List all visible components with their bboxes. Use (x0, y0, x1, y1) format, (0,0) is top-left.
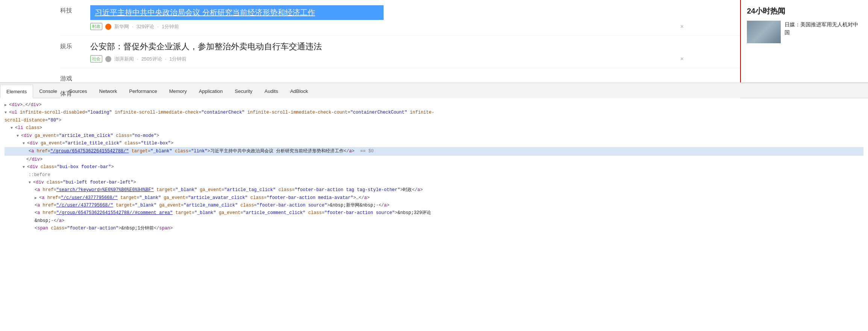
attr-2: infinite-scroll-immediate-check (115, 109, 199, 116)
href-val[interactable]: "/group/6547536226415542788/" (50, 147, 129, 155)
bracket-2: >…</ (20, 101, 31, 109)
html-line-3[interactable]: ▼ <li class> (5, 124, 863, 132)
dollar-zero: $0 (368, 147, 373, 155)
tab-memory-label: Memory (169, 88, 187, 94)
separator-3: · (137, 56, 138, 62)
news-item-2: 娱乐 公安部：督促外卖企业派人，参加整治外卖电动自行车交通违法 社会 澎湃新闻 … (60, 36, 740, 68)
html-line-6[interactable]: <a href="/group/6547536226415542788/" ta… (5, 147, 863, 155)
html-line-10[interactable]: ▼ <div class="bui-left footer-bar-left"> (5, 179, 863, 186)
tagname-1: div (12, 101, 20, 109)
html-line-2b: scroll-distance="80"> (5, 117, 863, 124)
tab-security-label: Security (235, 88, 252, 94)
bracket-4: < (9, 109, 12, 116)
sidebar-image-inner (747, 21, 781, 43)
expand-arrow-8[interactable]: ▼ (23, 164, 27, 170)
news-meta-1: 时政 新华网 · 329评论 · 1分钟前 × (90, 23, 687, 30)
html-line-12[interactable]: ▶ <a href="/c/user/4377795668/" target="… (5, 194, 863, 202)
tab-audits-label: Audits (264, 88, 278, 94)
tab-sources-label: Sources (69, 88, 87, 94)
news-title-link-1[interactable]: 习近平主持中共中央政治局会议 分析研究当前经济形势和经济工作 (90, 5, 384, 20)
attr-1: infinite-scroll-disabled (20, 109, 85, 116)
close-btn-2[interactable]: × (677, 56, 687, 62)
expand-arrow-1[interactable]: ▶ (5, 102, 9, 108)
top-content-area: 科技 习近平主持中共中央政治局会议 分析研究当前经济形势和经济工作 时政 新华网… (0, 0, 868, 83)
tab-network-label: Network (99, 88, 117, 94)
bracket-3: > (39, 101, 41, 109)
tab-adblock[interactable]: AdBlock (284, 84, 314, 98)
expand-arrow-10[interactable]: ▼ (29, 179, 33, 186)
right-sidebar: 24小时热闻 日媒：美国推进军用无人机对中国 (740, 0, 868, 82)
expand-arrow-5[interactable]: ▼ (23, 140, 27, 147)
tab-elements-label: Elements (6, 89, 27, 94)
continuation-1: scroll-distance="80"> (5, 117, 61, 124)
attr-3: infinite-scroll-immediate-check-count (247, 109, 348, 116)
devtools-panel: Elements Console Sources Network Perform… (0, 83, 868, 282)
tab-adblock-label: AdBlock (290, 88, 308, 94)
tagname-sel: a (31, 147, 34, 155)
html-line-15: <span class="footer-bar-action">&nbsp;1分… (5, 225, 863, 232)
html-line-14b: &nbsp;·</a> (5, 217, 863, 225)
source-name-2: 澎湃新闻 (114, 56, 134, 62)
separator-4: · (165, 56, 167, 62)
source-name-1: 新华网 (114, 23, 129, 30)
href-13[interactable]: "/c/user/4377795668/" (56, 202, 113, 209)
html-line-5[interactable]: ▼ <div ga_event="article_title_click" cl… (5, 140, 863, 147)
tab-application[interactable]: Application (193, 84, 229, 98)
tab-performance-label: Performance (129, 88, 157, 94)
time-1: 1分钟前 (162, 23, 179, 30)
expand-arrow-12[interactable]: ▶ (35, 195, 39, 201)
html-line-1[interactable]: ▶ <div>…</div> (5, 101, 863, 109)
attrval-1: "loading" (88, 109, 112, 116)
separator-2: · (157, 24, 159, 29)
tab-audits[interactable]: Audits (258, 84, 284, 98)
news-content-1: 习近平主持中共中央政治局会议 分析研究当前经济形势和经济工作 时政 新华网 · … (90, 5, 687, 30)
separator-1: · (132, 24, 134, 29)
expand-arrow-4[interactable]: ▼ (17, 133, 21, 139)
news-item-1: 科技 习近平主持中共中央政治局会议 分析研究当前经济形势和经济工作 时政 新华网… (60, 0, 740, 36)
html-line-8[interactable]: ▼ <div class="bui-box footer-bar"> (5, 163, 863, 171)
news-list: 科技 习近平主持中共中央政治局会议 分析研究当前经济形势和经济工作 时政 新华网… (0, 0, 740, 82)
eq-sign: == (358, 147, 369, 155)
tag-badge-2[interactable]: 社会 (90, 55, 102, 62)
expand-arrow-2[interactable]: ▼ (5, 109, 9, 116)
comments-1: 329评论 (137, 23, 155, 30)
time-2: 1分钟前 (169, 56, 187, 62)
html-line-4[interactable]: ▼ <div ga_event="article_item_click" cla… (5, 132, 863, 140)
tab-security[interactable]: Security (229, 84, 258, 98)
category-label-2: 娱乐 (60, 41, 83, 50)
category-label-1: 科技 (60, 5, 83, 15)
bracket-sel-1: < (29, 147, 31, 155)
devtools-content: ▶ <div>…</div> ▼ <ul infinite-scroll-dis… (0, 98, 868, 282)
expand-arrow-3[interactable]: ▼ (11, 125, 15, 131)
tab-memory[interactable]: Memory (163, 84, 193, 98)
source-icon-2 (105, 56, 111, 62)
tab-elements[interactable]: Elements (0, 85, 33, 98)
html-line-11: <a href="search/?keyword=%E6%97%B6%E6%94… (5, 186, 863, 194)
html-line-14: <a href="/group/6547536226415542788//#co… (5, 209, 863, 217)
href-12[interactable]: "/c/user/4377795668/" (61, 194, 118, 202)
attrval-2: "containerCheck" (201, 109, 244, 116)
html-line-9: ::before (5, 171, 863, 179)
href-14[interactable]: "/group/6547536226415542788//#comment_ar… (56, 209, 173, 217)
tag-badge-1[interactable]: 时政 (90, 23, 102, 30)
news-item-3: 游戏 (60, 68, 740, 83)
tab-performance[interactable]: Performance (123, 84, 163, 98)
html-line-7: </div> (5, 156, 863, 163)
tab-network[interactable]: Network (93, 84, 123, 98)
text-14b: &nbsp;· (35, 217, 53, 225)
close-btn-1[interactable]: × (677, 23, 687, 30)
tab-sources[interactable]: Sources (63, 84, 93, 98)
html-line-2[interactable]: ▼ <ul infinite-scroll-disabled="loading"… (5, 109, 863, 116)
tagname-close-1: div (31, 101, 39, 109)
href-11[interactable]: "search/?keyword=%E6%97%B6%E6%94%BF" (56, 186, 154, 194)
bracket-1: < (9, 101, 12, 109)
tab-console[interactable]: Console (33, 84, 63, 98)
tagname-2: ul (12, 109, 17, 116)
html-line-13: <a href="/c/user/4377795668/" target="_b… (5, 202, 863, 209)
sidebar-title: 24小时热闻 (747, 6, 862, 16)
category-label-3: 游戏 (60, 73, 83, 83)
news-title-link-2[interactable]: 公安部：督促外卖企业派人，参加整治外卖电动自行车交通违法 (90, 41, 687, 52)
source-icon-1 (105, 24, 111, 30)
tab-console-label: Console (39, 88, 57, 94)
sidebar-news-text[interactable]: 日媒：美国推进军用无人机对中国 (785, 21, 862, 36)
